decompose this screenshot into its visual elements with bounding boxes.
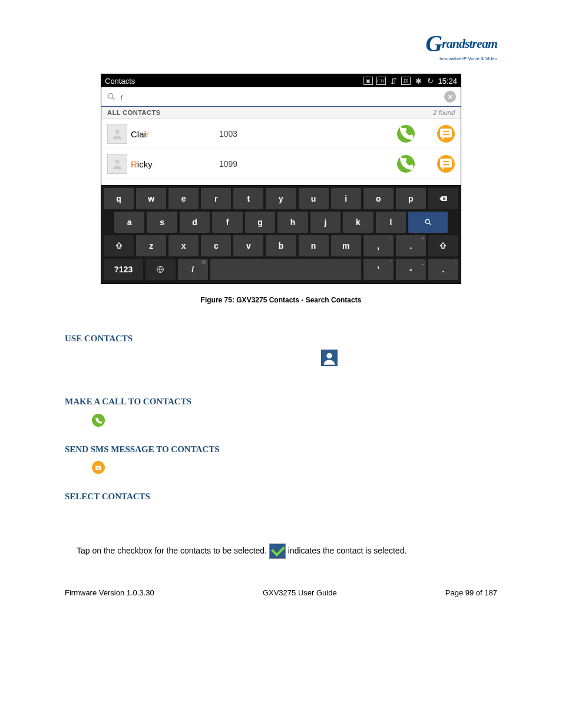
svg-point-2 xyxy=(115,130,119,134)
key-s[interactable]: s xyxy=(147,212,177,233)
key-j[interactable]: j xyxy=(310,212,340,233)
key-m[interactable]: m xyxy=(331,235,361,256)
brand-logo: Grandstream Innovative IP Voice & Video xyxy=(65,29,497,62)
svg-line-1 xyxy=(113,98,114,100)
key-b[interactable]: b xyxy=(266,235,296,256)
key-dot2[interactable]: :. xyxy=(428,259,458,280)
key-q[interactable]: q xyxy=(104,188,134,209)
contact-row[interactable]: Ricky 1099 xyxy=(101,149,461,179)
svg-point-9 xyxy=(326,353,332,358)
key-h[interactable]: h xyxy=(277,212,308,233)
key-y[interactable]: y xyxy=(266,188,296,209)
heading-use-contacts: USE CONTACTS xyxy=(65,334,497,344)
contact-number: 1099 xyxy=(219,159,392,169)
contact-name: Ricky xyxy=(131,159,219,169)
page-footer: Firmware Version 1.0.3.30 GXV3275 User G… xyxy=(65,582,497,597)
contacts-list-icon xyxy=(321,350,338,366)
picture-icon: ▣ xyxy=(363,77,373,85)
soft-keyboard: q w e r t y u i o p a s d f g h j k xyxy=(101,186,461,284)
avatar-icon xyxy=(107,154,127,174)
key-z[interactable]: z xyxy=(136,235,166,256)
key-slash[interactable]: @/ xyxy=(178,259,208,280)
svg-rect-5 xyxy=(440,159,452,167)
heading-select-contacts: SELECT CONTACTS xyxy=(65,492,497,502)
footer-title: GXV3275 User Guide xyxy=(263,588,337,597)
key-p[interactable]: p xyxy=(396,188,426,209)
contact-number: 1003 xyxy=(219,129,392,139)
phone-icon xyxy=(92,414,105,427)
key-u[interactable]: u xyxy=(299,188,329,209)
network-icon: ⇵ xyxy=(389,77,398,84)
contact-name: Clair xyxy=(131,129,219,139)
key-apostrophe[interactable]: "' xyxy=(363,259,394,280)
key-lang[interactable] xyxy=(146,259,176,280)
key-v[interactable]: v xyxy=(233,235,263,256)
search-icon xyxy=(106,91,117,102)
app-title: Contacts xyxy=(105,77,363,85)
key-r[interactable]: r xyxy=(201,188,231,209)
key-i[interactable]: i xyxy=(331,188,361,209)
key-backspace[interactable] xyxy=(428,188,458,209)
avatar-icon xyxy=(107,124,127,144)
input-icon: 拼 xyxy=(401,77,411,85)
ftp-icon: FTP xyxy=(376,77,386,85)
sync-icon: ↻ xyxy=(426,77,434,84)
key-space[interactable] xyxy=(210,259,361,280)
svg-rect-10 xyxy=(95,466,101,470)
key-a[interactable]: a xyxy=(114,212,144,233)
key-x[interactable]: x xyxy=(168,235,199,256)
status-bar: Contacts ▣ FTP ⇵ 拼 ✱ ↻ 15:24 xyxy=(101,74,461,87)
key-g[interactable]: g xyxy=(245,212,275,233)
svg-point-6 xyxy=(425,219,429,223)
select-checkbox-line: Tap on the checkbox for the contacts to … xyxy=(77,543,497,559)
sms-button[interactable] xyxy=(437,155,455,173)
footer-firmware: Firmware Version 1.0.3.30 xyxy=(65,588,154,597)
send-sms-body: Tap on to send SMS. xyxy=(65,460,497,474)
heading-send-sms: SEND SMS MESSAGE TO CONTACTS xyxy=(65,444,497,454)
results-header: ALL CONTACTS 2 found xyxy=(101,107,461,119)
svg-rect-3 xyxy=(440,129,452,137)
screenshot-contacts-search: Contacts ▣ FTP ⇵ 拼 ✱ ↻ 15:24 ✕ ALL CONTA… xyxy=(101,74,461,284)
key-period[interactable]: ?. xyxy=(396,235,426,256)
bluetooth-icon: ✱ xyxy=(414,77,422,84)
key-t[interactable]: t xyxy=(233,188,263,209)
footer-page: Page 99 of 187 xyxy=(445,588,497,597)
svg-point-4 xyxy=(115,160,119,164)
call-button[interactable] xyxy=(397,155,415,173)
key-e[interactable]: e xyxy=(168,188,199,209)
key-n[interactable]: n xyxy=(299,235,329,256)
use-contacts-body: Once the contacts are added, users could… xyxy=(65,350,497,379)
found-count: 2 found xyxy=(433,109,455,116)
key-symbols[interactable]: ?123 xyxy=(104,259,143,280)
contact-row[interactable]: Clair 1003 xyxy=(101,119,461,149)
key-f[interactable]: f xyxy=(212,212,242,233)
search-bar: ✕ xyxy=(101,87,461,107)
key-l[interactable]: l xyxy=(376,212,406,233)
key-dash[interactable]: _- xyxy=(396,259,426,280)
call-button[interactable] xyxy=(397,125,415,143)
all-contacts-label: ALL CONTACTS xyxy=(107,109,433,116)
heading-make-call: MAKE A CALL TO CONTACTS xyxy=(65,397,497,407)
key-shift-left[interactable] xyxy=(104,235,134,256)
key-shift-right[interactable] xyxy=(428,235,458,256)
clear-search-button[interactable]: ✕ xyxy=(444,91,456,103)
svg-line-7 xyxy=(429,223,431,225)
key-w[interactable]: w xyxy=(136,188,166,209)
checked-icon xyxy=(269,543,286,559)
figure-caption: Figure 75: GXV3275 Contacts - Search Con… xyxy=(65,296,497,304)
select-step-1: 1. Users could navigate in the contacts … xyxy=(77,510,497,520)
make-call-body: Tap on to call the contact. xyxy=(65,413,497,426)
key-o[interactable]: o xyxy=(363,188,394,209)
key-search[interactable] xyxy=(408,212,448,233)
sms-button[interactable] xyxy=(437,125,455,143)
key-d[interactable]: d xyxy=(180,212,210,233)
key-c[interactable]: c xyxy=(201,235,231,256)
search-input[interactable] xyxy=(119,91,444,103)
key-k[interactable]: k xyxy=(343,212,373,233)
key-comma[interactable]: !, xyxy=(363,235,394,256)
clock: 15:24 xyxy=(438,77,457,85)
message-icon xyxy=(92,461,105,474)
svg-point-0 xyxy=(108,94,113,98)
